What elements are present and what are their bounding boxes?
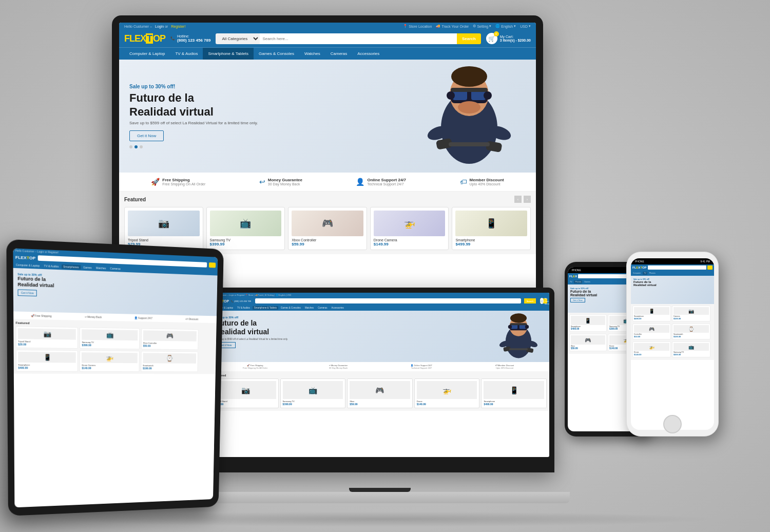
- feature-discount-text: Member Discount Upto 40% Discount: [470, 178, 504, 186]
- ws-nav-mb-games[interactable]: Games & Consoles: [279, 306, 302, 310]
- ws-ph-card-img-1: 📱: [634, 307, 669, 315]
- ws-nav-watches[interactable]: Watches: [94, 265, 108, 270]
- ws-ph-card-3[interactable]: 🎮 Controller $59.99: [632, 324, 671, 339]
- ws-nav-mb-smartphone[interactable]: Smartphone & Tablets: [253, 306, 278, 310]
- ws-card-5[interactable]: 🚁 Drone Camera $149.99: [80, 350, 139, 372]
- search-category-select[interactable]: All Categories: [216, 33, 260, 44]
- topbar-store[interactable]: 📍 Store Location: [403, 24, 432, 28]
- ws-hero-cta[interactable]: Get it Now: [17, 289, 37, 296]
- nav-item-tv[interactable]: TV & Audios: [170, 48, 203, 60]
- ws-p2-card-img-3: 🎮: [571, 335, 605, 345]
- ws-search-btn-mb[interactable]: Search: [524, 298, 536, 303]
- feature-money-sub: 30 Day Money Back: [268, 182, 302, 186]
- section-prev-btn[interactable]: ‹: [514, 196, 522, 203]
- ws-nav-games[interactable]: Games: [82, 265, 93, 270]
- nav-item-computer[interactable]: Computer & Laptop: [124, 48, 170, 60]
- topbar-track[interactable]: 🚚 Track Your Order: [436, 24, 469, 28]
- nav-item-accessories[interactable]: Accessories: [352, 48, 384, 60]
- search-button[interactable]: Search: [457, 33, 481, 44]
- ws-card-4[interactable]: 📱 Smartphone $499.99: [16, 350, 78, 372]
- ws-nav-p2-games[interactable]: Games: [583, 280, 591, 283]
- ws-card-1[interactable]: 📷 Tripod Stand $29.99: [16, 326, 79, 349]
- product-card-3[interactable]: 🚁 Drone Camera $149.99: [370, 207, 449, 250]
- topbar-login-link[interactable]: Login: [155, 25, 164, 28]
- ws-grid-phone: 📱 Smartphone $499.99 📷 Camera $199.99 🎮 …: [631, 304, 714, 360]
- ws-mb-card-1[interactable]: 📷 Tripod Stand $29.99: [213, 378, 279, 408]
- ws-card-img-1: 📷: [18, 328, 76, 339]
- ws-nav-p2-tv[interactable]: TV: [569, 280, 573, 283]
- topbar-setting[interactable]: ⚙ Setting ▾: [473, 24, 491, 28]
- ws-cta-p2[interactable]: Get it Now: [570, 298, 585, 302]
- ws-card-price-1: $29.99: [18, 343, 76, 347]
- nav-item-games[interactable]: Games & Consoles: [254, 48, 299, 60]
- ws-header-phone: FLEXTOP: [631, 264, 714, 271]
- ws-mb-card-2[interactable]: 📺 Samsung TV $399.99: [280, 378, 346, 408]
- ws-nav-mb-cameras[interactable]: Cameras: [316, 306, 329, 310]
- ws-ph-card-4[interactable]: ⌚ Smartwatch $199.99: [672, 324, 710, 339]
- ws-mb-card-4[interactable]: 🚁 Drone $149.99: [414, 378, 480, 408]
- search-input[interactable]: [260, 33, 457, 44]
- ws-p2-card-price-3: $59.99: [571, 347, 605, 350]
- ws-mb-card-price-3: $59.99: [350, 403, 410, 406]
- ws-nav-ph-tv[interactable]: TV: [643, 272, 647, 275]
- ws-mb-card-5[interactable]: 📱 Smartphone $499.99: [481, 378, 547, 408]
- ws-search-macbook[interactable]: [255, 298, 521, 303]
- ws-cart-phone[interactable]: [707, 265, 713, 270]
- phone-home-button[interactable]: [663, 415, 682, 433]
- ws-mb-card-price-5: $499.99: [484, 403, 544, 406]
- product-card-2[interactable]: 🎮 Xbox Controller $59.99: [288, 207, 367, 250]
- topbar-currency[interactable]: USD ▾: [520, 24, 531, 28]
- product-name-0: Tripod Stand: [128, 238, 200, 242]
- svg-point-28: [510, 313, 527, 322]
- ws-nav-mb-tv[interactable]: TV & Audios: [236, 306, 252, 310]
- nav-item-smartphone[interactable]: Smartphone & Tablets: [203, 48, 254, 60]
- ws-cart-tablet[interactable]: [209, 262, 216, 268]
- feature-money: ↩ Money Guarantee 30 Day Money Back: [259, 178, 302, 186]
- topbar-language[interactable]: 🌐 English ▾: [495, 24, 516, 28]
- ws-mb-card-3[interactable]: 🎮 Xbox $59.99: [347, 378, 413, 408]
- product-card-0[interactable]: 📷 Tripod Stand $29.99: [124, 207, 203, 250]
- ws-nav-mb-acc[interactable]: Accessories: [330, 306, 345, 310]
- nav-item-cameras[interactable]: Cameras: [325, 48, 352, 60]
- ws-nav-cameras[interactable]: Cameras: [108, 266, 122, 271]
- ws-nav-ph-phone[interactable]: Phones: [648, 272, 657, 275]
- product-card-4[interactable]: 📱 Smartphone $499.99: [452, 207, 531, 250]
- ws-card-6[interactable]: ⌚ Smartwatch $199.99: [141, 351, 198, 372]
- ws-p2-card-1[interactable]: 📱 Smartphone $499.99: [569, 314, 607, 332]
- ws-header-macbook: FLEXTOP 📞 (800) 123 456 789 Search 🛒 My …: [210, 297, 549, 305]
- ws-nav-mb-watches[interactable]: Watches: [303, 306, 315, 310]
- hero-dots: [129, 145, 258, 148]
- ws-features-macbook: 🚀 Free ShippingFree Shipping On All Orde…: [210, 362, 549, 371]
- ws-nav-smartphone[interactable]: Smartphones: [62, 264, 81, 270]
- hotline: 📞 Hotline: (800) 123 456 789: [170, 34, 210, 43]
- ws-nav-ph-computer[interactable]: Computer: [632, 272, 642, 275]
- ws-card-3[interactable]: 🎮 Xbox Controller $59.99: [141, 328, 199, 350]
- logo-t: T: [146, 33, 153, 44]
- ws-search-phone[interactable]: [648, 265, 706, 270]
- ws-nav-p2-phone[interactable]: Phones: [574, 280, 582, 283]
- nav-item-watches[interactable]: Watches: [299, 48, 325, 60]
- topbar-or: or: [165, 25, 168, 28]
- product-name-4: Smartphone: [455, 238, 527, 242]
- cart-icon-wrapper[interactable]: 🛒 0: [486, 33, 497, 44]
- ws-p2-card-3[interactable]: 🎮 Xbox $59.99: [569, 334, 607, 351]
- ws-ph-card-5[interactable]: 🚁 Drone $149.99: [632, 341, 671, 357]
- ws-feat-mb-4: 🏷 Member DiscountUpto 40% Discount: [464, 364, 545, 369]
- hero-cta-button[interactable]: Get it Now: [129, 130, 164, 141]
- product-card-1[interactable]: 📺 Samsung TV $399.99: [206, 207, 285, 250]
- ws-cart-macbook[interactable]: 🛒 My Cart: 3 item(s): [540, 298, 547, 303]
- ws-mb-card-img-2: 📺: [283, 381, 343, 399]
- ws-nav-tv[interactable]: TV & Audios: [43, 263, 61, 269]
- ws-ph-card-6[interactable]: 📺 Samsung TV $399.99: [672, 341, 710, 357]
- ws-nav-computer[interactable]: Computer & Laptop: [14, 262, 42, 268]
- section-next-btn[interactable]: ›: [524, 196, 531, 203]
- ws-title-ph: Futuro de laRealidad virtual: [633, 280, 711, 287]
- ws-nav-macbook: Computer & Laptop TV & Audios Smartphone…: [210, 305, 549, 311]
- ws-card-2[interactable]: 📺 Samsung TV $399.99: [80, 327, 140, 349]
- ws-mb-card-img-1: 📷: [216, 381, 276, 399]
- topbar-register-link[interactable]: Register!: [171, 25, 185, 28]
- ws-logo-phone2: FLEX: [569, 275, 577, 278]
- ws-ph-card-2[interactable]: 📷 Camera $199.99: [672, 306, 710, 321]
- ws-ph-card-1[interactable]: 📱 Smartphone $499.99: [632, 306, 671, 321]
- ws-ph-card-price-2: $199.99: [673, 317, 709, 320]
